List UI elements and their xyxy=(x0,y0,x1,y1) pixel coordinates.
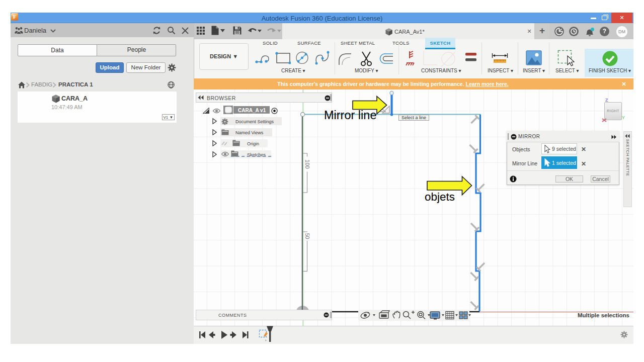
svg-text:100: 100 xyxy=(304,159,310,168)
svg-text:Y: Y xyxy=(622,115,625,120)
svg-text:Z: Z xyxy=(605,98,608,103)
svg-text:50: 50 xyxy=(304,233,310,239)
